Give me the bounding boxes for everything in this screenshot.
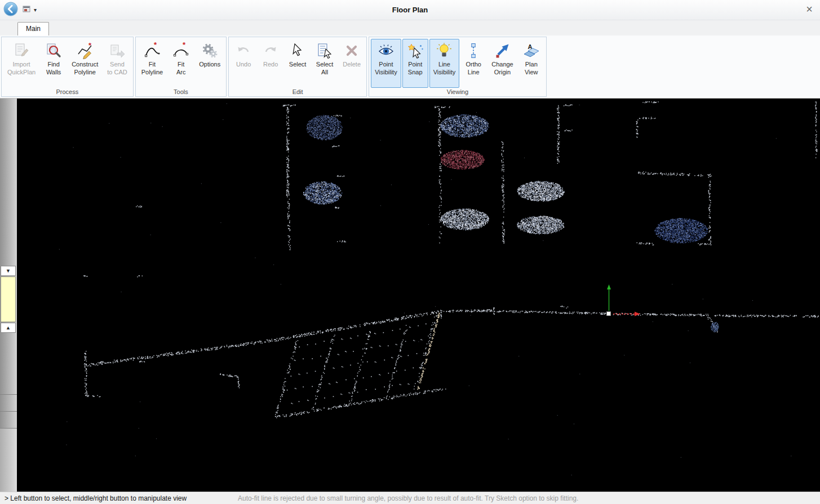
line-visibility-button[interactable]: LineVisibility: [429, 39, 460, 88]
ribbon-group-process: ImportQuickPlanFindWalls*ConstructPolyli…: [1, 37, 134, 97]
construct-polyline-icon: *: [77, 41, 94, 60]
redo-icon: [262, 41, 279, 60]
title-bar: ▾ Floor Plan ×: [0, 0, 820, 20]
select-all-label-1: Select: [316, 60, 334, 68]
undo-label-1: Undo: [236, 60, 251, 68]
redo-button: Redo: [258, 39, 283, 88]
point-snap-label-2: Snap: [408, 68, 423, 76]
fit-arc-label-2: Arc: [176, 68, 186, 76]
slider-track-bottom[interactable]: [0, 429, 17, 492]
group-label-tools: Tools: [136, 88, 226, 96]
find-walls-label-1: Find: [47, 60, 59, 68]
import-quickplan-label-2: QuickPlan: [7, 68, 36, 76]
window-title: Floor Plan: [0, 6, 820, 14]
construct-polyline-label-1: Construct: [72, 60, 98, 68]
change-origin-button[interactable]: ChangeOrigin: [487, 39, 517, 88]
ortho-line-button[interactable]: OrthoLine: [460, 39, 486, 88]
svg-text:*: *: [183, 42, 186, 49]
back-arrow-icon: [3, 2, 18, 19]
select-all-label-2: All: [321, 68, 328, 76]
slider-divider: [0, 411, 17, 412]
fit-polyline-label-1: Fit: [149, 60, 156, 68]
plan-view-label-1: Plan: [525, 60, 538, 68]
close-button[interactable]: ×: [806, 3, 813, 15]
ortho-line-label-1: Ortho: [466, 60, 481, 68]
point-snap-label-1: Point: [408, 60, 422, 68]
slider-thumb[interactable]: [1, 276, 16, 322]
point-visibility-button[interactable]: PointVisibility: [371, 39, 401, 88]
line-visibility-icon: [436, 41, 453, 60]
window-view-icon: [22, 5, 31, 16]
group-label-process: Process: [2, 88, 133, 96]
options-label-1: Options: [199, 60, 220, 68]
select-button[interactable]: Select: [285, 39, 311, 88]
change-origin-label-2: Origin: [494, 68, 511, 76]
find-walls-icon: [45, 41, 62, 60]
ribbon-tab-row: Main: [0, 20, 820, 35]
point-visibility-label-1: Point: [379, 60, 393, 68]
tab-main[interactable]: Main: [17, 22, 49, 35]
status-hint: > Left button to select, middle/right bu…: [5, 494, 238, 502]
select-all-icon: [316, 41, 333, 60]
group-label-viewing: Viewing: [369, 88, 546, 96]
send-to-cad-icon: [109, 41, 126, 60]
fit-arc-icon: *: [172, 41, 189, 60]
svg-text:*: *: [154, 42, 157, 49]
ortho-line-label-2: Line: [468, 68, 480, 76]
options-icon: [201, 41, 218, 60]
fit-arc-label-1: Fit: [178, 60, 184, 68]
app-window: ▾ Floor Plan × Main ImportQuickPlanFindW…: [0, 0, 820, 504]
workspace: ▼ ▲: [0, 99, 820, 492]
status-bar: > Left button to select, middle/right bu…: [0, 492, 820, 504]
plan-view-label-2: View: [525, 68, 538, 76]
quick-access-save-view-button[interactable]: [22, 5, 31, 16]
back-button[interactable]: [3, 2, 18, 17]
send-to-cad-label-1: Send: [110, 60, 125, 68]
fit-arc-button[interactable]: *FitArc: [168, 39, 194, 88]
fit-polyline-icon: *: [144, 41, 161, 60]
construct-polyline-label-2: Polyline: [74, 68, 96, 76]
ribbon-groups: ImportQuickPlanFindWalls*ConstructPolyli…: [0, 35, 820, 99]
redo-label-1: Redo: [263, 60, 278, 68]
floorplan-viewport[interactable]: [17, 99, 820, 492]
slider-divider: [0, 428, 17, 429]
send-to-cad-button: Sendto CAD: [103, 39, 131, 88]
construct-polyline-button[interactable]: *ConstructPolyline: [68, 39, 102, 88]
ribbon-group-tools: *FitPolyline*FitArcOptionsTools: [135, 37, 227, 97]
options-button[interactable]: Options: [195, 39, 224, 88]
slider-divider: [0, 394, 17, 395]
plan-view-icon: A: [523, 41, 540, 60]
point-visibility-icon: [378, 41, 395, 60]
quick-access-dropdown-icon[interactable]: ▾: [34, 7, 37, 13]
line-visibility-label-2: Visibility: [433, 68, 456, 76]
send-to-cad-label-2: to CAD: [107, 68, 127, 76]
delete-label-1: Delete: [343, 60, 361, 68]
slider-up-arrow[interactable]: ▲: [1, 323, 16, 333]
fit-polyline-button[interactable]: *FitPolyline: [138, 39, 167, 88]
undo-button: Undo: [231, 39, 256, 88]
select-label-1: Select: [289, 60, 307, 68]
fit-polyline-label-2: Polyline: [141, 68, 163, 76]
line-visibility-label-1: Line: [438, 60, 450, 68]
ortho-line-icon: [465, 41, 482, 60]
group-label-edit: Edit: [229, 88, 366, 96]
ribbon-group-viewing: PointVisibilityPointSnapLineVisibilityOr…: [369, 37, 547, 97]
change-origin-icon: [494, 41, 511, 60]
import-quickplan-button: ImportQuickPlan: [3, 39, 39, 88]
point-snap-icon: [407, 41, 424, 60]
plan-view-button[interactable]: APlanView: [518, 39, 544, 88]
select-icon: [289, 41, 306, 60]
delete-icon: [343, 41, 360, 60]
delete-button: Delete: [339, 39, 365, 88]
find-walls-label-2: Walls: [46, 68, 61, 76]
slider-down-arrow[interactable]: ▼: [1, 266, 16, 276]
status-message: Auto-fit line is rejected due to small t…: [238, 494, 578, 502]
point-snap-button[interactable]: PointSnap: [402, 39, 428, 88]
import-quickplan-icon: [13, 41, 30, 60]
find-walls-button[interactable]: FindWalls: [41, 39, 67, 88]
left-slider-panel: ▼ ▲: [0, 99, 17, 492]
select-all-button[interactable]: SelectAll: [312, 39, 338, 88]
change-origin-label-1: Change: [491, 60, 513, 68]
import-quickplan-label-1: Import: [12, 60, 30, 68]
point-visibility-label-2: Visibility: [375, 68, 397, 76]
